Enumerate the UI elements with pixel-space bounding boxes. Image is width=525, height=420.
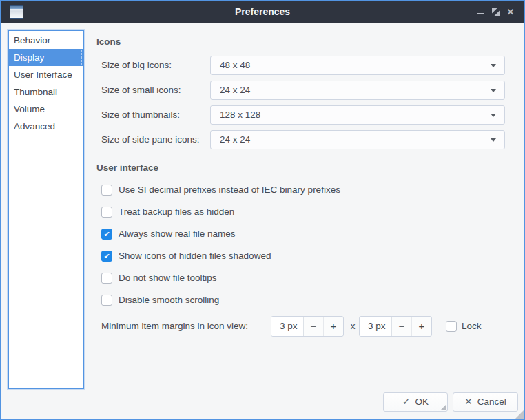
dimension-separator: x <box>348 316 358 337</box>
hidden-shadowed-checkbox[interactable]: ✔ <box>101 251 112 262</box>
margin-y-spinner: 3 px − + <box>359 316 432 337</box>
minimize-button[interactable] <box>473 1 488 23</box>
row-big-icons: Size of big icons: 48 x 48 <box>1 56 524 75</box>
lock-checkbox[interactable]: ✔ <box>446 321 457 332</box>
row-backup-hidden: ✔ Treat backup files as hidden <box>1 206 524 218</box>
cancel-button-label: Cancel <box>477 397 506 407</box>
sidebar-item-behavior[interactable]: Behavior <box>9 32 83 49</box>
row-small-icons: Size of small icons: 24 x 24 <box>1 81 524 100</box>
big-icons-value: 48 x 48 <box>220 60 250 70</box>
side-pane-icons-label: Size of side pane icons: <box>101 130 200 149</box>
minimize-icon <box>477 13 484 14</box>
side-pane-icons-value: 24 x 24 <box>220 134 250 145</box>
titlebar: Preferences ✕ <box>1 1 524 23</box>
si-prefixes-checkbox[interactable]: ✔ <box>101 185 112 196</box>
hidden-shadowed-label: Show icons of hidden files shadowed <box>119 250 271 262</box>
big-icons-select[interactable]: 48 x 48 <box>210 56 505 75</box>
small-icons-value: 24 x 24 <box>220 85 250 95</box>
margin-y-decrease-button[interactable]: − <box>392 317 412 336</box>
si-prefixes-label: Use SI decimal prefixes instead of IEC b… <box>119 184 340 196</box>
check-icon: ✔ <box>102 251 112 261</box>
thumbnails-value: 128 x 128 <box>220 109 260 120</box>
backup-hidden-label: Treat backup files as hidden <box>119 206 234 218</box>
chevron-down-icon <box>491 89 496 92</box>
window-title: Preferences <box>1 1 524 23</box>
close-icon: ✕ <box>507 7 515 17</box>
ok-button[interactable]: ✓OK <box>383 392 448 412</box>
row-hidden-shadowed: ✔ Show icons of hidden files shadowed <box>1 250 524 262</box>
x-icon: ✕ <box>464 397 472 407</box>
file-tooltips-checkbox[interactable]: ✔ <box>101 273 112 284</box>
ok-button-label: OK <box>415 397 429 407</box>
margin-x-increase-button[interactable]: + <box>324 317 343 336</box>
real-file-names-checkbox[interactable]: ✔ <box>101 229 112 240</box>
smooth-scrolling-label: Disable smooth scrolling <box>119 294 219 306</box>
window-controls: ✕ <box>473 1 518 23</box>
default-button-grip-icon <box>441 405 446 410</box>
thumbnails-select[interactable]: 128 x 128 <box>210 105 505 125</box>
chevron-down-icon <box>491 138 496 142</box>
close-button[interactable]: ✕ <box>503 1 518 23</box>
check-icon: ✔ <box>102 229 112 239</box>
margin-x-decrease-button[interactable]: − <box>304 317 324 336</box>
margin-y-increase-button[interactable]: + <box>412 317 431 336</box>
small-icons-label: Size of small icons: <box>101 81 181 100</box>
chevron-down-icon <box>491 64 496 67</box>
row-side-pane-icons: Size of side pane icons: 24 x 24 <box>1 130 524 149</box>
window-resize-grip[interactable] <box>515 410 524 419</box>
cancel-button[interactable]: ✕Cancel <box>453 392 518 412</box>
row-file-tooltips: ✔ Do not show file tooltips <box>1 272 524 284</box>
small-icons-select[interactable]: 24 x 24 <box>210 81 505 100</box>
row-si-prefixes: ✔ Use SI decimal prefixes instead of IEC… <box>1 184 524 196</box>
chevron-down-icon <box>491 114 496 117</box>
row-smooth-scrolling: ✔ Disable smooth scrolling <box>1 294 524 306</box>
restore-button[interactable] <box>488 1 503 23</box>
section-title-icons: Icons <box>96 36 121 47</box>
item-margins-label: Minimum item margins in icon view: <box>101 316 248 337</box>
margin-x-spinner: 3 px − + <box>271 316 344 337</box>
restore-icon <box>492 8 500 16</box>
check-icon: ✓ <box>402 397 410 407</box>
backup-hidden-checkbox[interactable]: ✔ <box>101 207 112 218</box>
thumbnails-label: Size of thumbnails: <box>101 105 180 125</box>
smooth-scrolling-checkbox[interactable]: ✔ <box>101 295 112 306</box>
preferences-window: Preferences ✕ Behavior Display User Inte… <box>0 0 525 420</box>
section-title-user-interface: User interface <box>96 162 158 173</box>
margin-y-value[interactable]: 3 px <box>360 317 392 336</box>
lock-label: Lock <box>462 316 482 337</box>
margin-x-value[interactable]: 3 px <box>271 317 304 336</box>
side-pane-icons-select[interactable]: 24 x 24 <box>210 130 505 149</box>
big-icons-label: Size of big icons: <box>101 56 172 75</box>
real-file-names-label: Always show real file names <box>119 228 236 240</box>
row-real-file-names: ✔ Always show real file names <box>1 228 524 240</box>
row-thumbnails: Size of thumbnails: 128 x 128 <box>1 105 524 125</box>
row-item-margins: Minimum item margins in icon view: 3 px … <box>1 316 524 337</box>
file-tooltips-label: Do not show file tooltips <box>119 272 217 284</box>
